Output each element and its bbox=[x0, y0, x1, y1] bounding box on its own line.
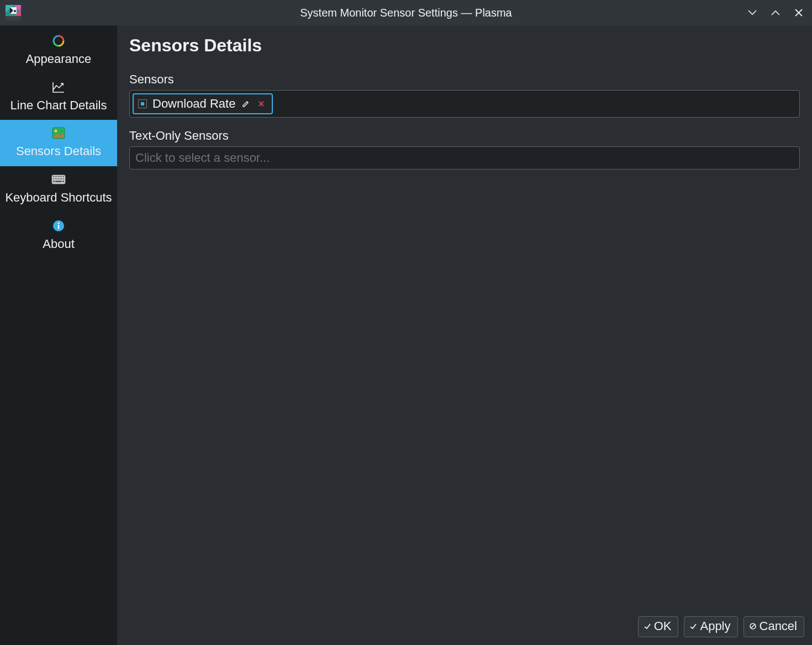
svg-line-36 bbox=[247, 102, 248, 103]
svg-rect-17 bbox=[55, 176, 56, 177]
image-icon bbox=[51, 125, 66, 141]
line-chart-icon bbox=[51, 80, 66, 95]
maximize-button[interactable] bbox=[769, 6, 782, 19]
cancel-button[interactable]: Cancel bbox=[744, 616, 804, 637]
sidebar-item-keyboard-shortcuts[interactable]: Keyboard Shortcuts bbox=[0, 166, 117, 213]
remove-icon[interactable] bbox=[256, 99, 266, 109]
svg-rect-25 bbox=[56, 178, 57, 179]
svg-rect-22 bbox=[63, 176, 64, 177]
cancel-icon bbox=[748, 622, 757, 631]
minimize-button[interactable] bbox=[746, 6, 759, 19]
svg-rect-35 bbox=[58, 225, 59, 229]
svg-rect-28 bbox=[61, 178, 62, 179]
svg-point-7 bbox=[14, 10, 16, 12]
app-icon bbox=[6, 5, 21, 20]
svg-rect-16 bbox=[53, 176, 54, 177]
page-title: Sensors Details bbox=[129, 35, 800, 56]
keyboard-icon bbox=[51, 172, 66, 187]
svg-line-40 bbox=[751, 625, 755, 628]
svg-rect-30 bbox=[53, 181, 55, 182]
sidebar-item-label: Appearance bbox=[26, 51, 92, 67]
sidebar: Appearance Line Chart Details Sensor bbox=[0, 25, 117, 645]
info-icon bbox=[51, 218, 66, 234]
edit-icon[interactable] bbox=[241, 99, 251, 109]
sidebar-item-label: About bbox=[43, 236, 75, 252]
sensors-label: Sensors bbox=[129, 72, 800, 87]
svg-rect-26 bbox=[58, 178, 59, 179]
apply-button[interactable]: Apply bbox=[684, 616, 737, 637]
svg-rect-4 bbox=[6, 16, 21, 20]
close-button[interactable] bbox=[792, 6, 805, 19]
svg-rect-32 bbox=[62, 181, 64, 182]
sensor-chip-download-rate[interactable]: Download Rate bbox=[133, 93, 273, 114]
text-only-sensors-input[interactable] bbox=[129, 146, 800, 170]
dialog-button-bar: OK Apply Cancel bbox=[638, 616, 804, 637]
svg-point-11 bbox=[57, 39, 60, 43]
content-panel: Sensors Details Sensors Download Rate bbox=[117, 25, 812, 645]
sidebar-item-label: Keyboard Shortcuts bbox=[5, 189, 112, 206]
sidebar-item-sensors-details[interactable]: Sensors Details bbox=[0, 120, 117, 166]
button-label: Cancel bbox=[760, 619, 797, 633]
sidebar-item-label: Line Chart Details bbox=[10, 97, 107, 114]
sidebar-item-appearance[interactable]: Appearance bbox=[0, 28, 117, 74]
titlebar: System Monitor Sensor Settings — Plasma bbox=[0, 0, 812, 25]
svg-rect-27 bbox=[60, 178, 61, 179]
svg-rect-29 bbox=[63, 178, 64, 179]
text-only-sensors-label: Text-Only Sensors bbox=[129, 129, 800, 143]
svg-point-13 bbox=[55, 130, 57, 133]
ok-button[interactable]: OK bbox=[638, 616, 679, 637]
svg-rect-20 bbox=[60, 176, 61, 177]
svg-rect-19 bbox=[58, 176, 59, 177]
svg-rect-31 bbox=[55, 181, 62, 182]
svg-rect-18 bbox=[56, 176, 57, 177]
svg-rect-24 bbox=[55, 178, 56, 179]
check-icon bbox=[689, 622, 698, 631]
svg-rect-21 bbox=[61, 176, 62, 177]
sensors-field[interactable]: Download Rate bbox=[129, 90, 800, 118]
svg-point-34 bbox=[58, 222, 60, 224]
sidebar-item-line-chart[interactable]: Line Chart Details bbox=[0, 74, 117, 120]
appearance-icon bbox=[51, 33, 66, 49]
check-icon bbox=[643, 622, 652, 631]
window-controls bbox=[746, 0, 809, 25]
chip-label: Download Rate bbox=[152, 97, 235, 111]
chip-color-swatch[interactable] bbox=[138, 99, 147, 108]
svg-rect-23 bbox=[53, 178, 54, 179]
window-title: System Monitor Sensor Settings — Plasma bbox=[300, 7, 512, 19]
button-label: Apply bbox=[700, 619, 730, 633]
button-label: OK bbox=[654, 619, 672, 633]
sidebar-item-label: Sensors Details bbox=[16, 143, 101, 160]
sidebar-item-about[interactable]: About bbox=[0, 213, 117, 259]
